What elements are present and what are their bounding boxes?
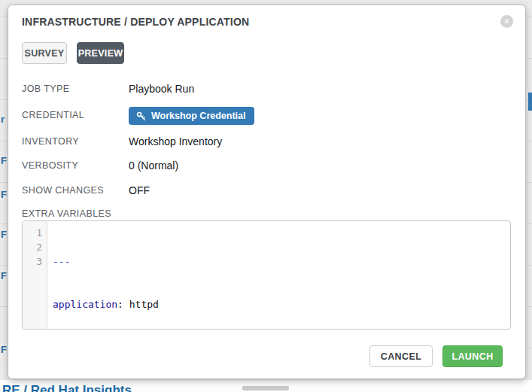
credential-label: CREDENTIAL [22,110,84,120]
job-type-value: Playbook Run [129,83,194,95]
line-number: 1 [23,226,42,240]
credential-badge: Workshop Credential [129,107,254,125]
key-icon [136,111,146,121]
bg-job-template-link: RE / Red Hat Insights [2,383,132,392]
tab-survey[interactable]: SURVEY [22,42,67,64]
bg-bottom-strip: RE / Red Hat Insights [0,380,532,392]
job-type-label: JOB TYPE [22,84,69,94]
bg-link-fragment: F [1,229,8,240]
cancel-button[interactable]: CANCEL [369,345,433,367]
credential-badge-label: Workshop Credential [151,111,245,121]
deploy-application-modal: INFRASTRUCTURE / DEPLOY APPLICATION × SU… [8,5,526,379]
show-changes-value: OFF [129,184,150,196]
yaml-value: httpd [123,299,159,310]
bg-illegible-text [242,386,289,390]
line-number: 2 [23,240,42,254]
bg-link-fragment: F [1,156,8,166]
show-changes-label: SHOW CHANGES [22,185,104,196]
extra-variables-label: EXTRA VARIABLES [22,208,111,219]
yaml-separator: : [117,299,123,310]
yaml-doc-start: --- [53,256,70,267]
line-number: 3 [23,254,42,269]
verbosity-label: VERBOSITY [22,160,78,171]
code-line-1: --- [53,254,510,269]
editor-line-numbers: 1 2 3 [23,221,47,329]
inventory-label: INVENTORY [22,136,79,147]
modal-title: INFRASTRUCTURE / DEPLOY APPLICATION [22,16,249,28]
close-icon[interactable]: × [500,15,513,28]
code-line-2: application: httpd [53,297,510,311]
yaml-key: application [53,299,117,310]
bg-link-fragment: r [1,114,8,125]
extra-variables-editor[interactable]: 1 2 3 --- application: httpd [22,220,511,330]
inventory-value: Workshop Inventory [129,135,222,147]
bg-blue-element [528,93,532,111]
bg-link-fragment: F [1,345,8,355]
bg-link-fragment: F [1,271,8,281]
editor-code-area[interactable]: --- application: httpd [47,221,510,329]
launch-button[interactable]: LAUNCH [442,345,503,367]
bg-link-fragment: F [1,190,8,200]
tab-preview[interactable]: PREVIEW [77,42,124,64]
verbosity-value: 0 (Normal) [129,160,178,172]
